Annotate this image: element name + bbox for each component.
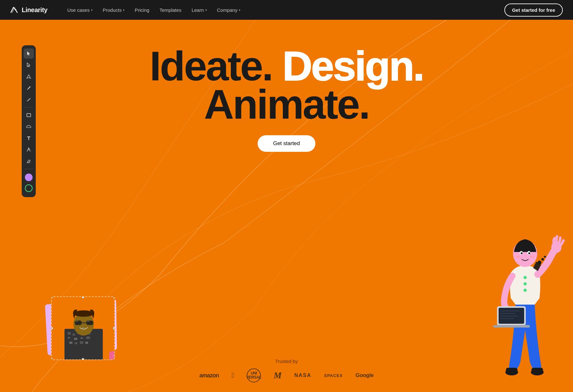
svg-rect-16 <box>80 337 83 339</box>
selection-handle-tm <box>82 296 84 298</box>
hero-get-started-button[interactable]: Get started <box>258 135 315 152</box>
svg-rect-45 <box>493 325 530 328</box>
selection-handle-bl <box>51 358 53 360</box>
logo[interactable]: Linearity <box>10 6 48 14</box>
brand-amazon: amazon <box>200 372 219 379</box>
cloud-tool[interactable] <box>24 122 34 132</box>
toolbar-divider-2 <box>24 169 33 169</box>
select-tool[interactable] <box>24 48 34 59</box>
nav-item-learn[interactable]: Learn ▾ <box>187 5 211 15</box>
selection-handle-ml <box>51 327 53 329</box>
svg-point-33 <box>521 252 523 254</box>
svg-rect-15 <box>74 338 77 340</box>
direct-select-tool[interactable] <box>24 60 34 70</box>
rectangle-tool[interactable] <box>24 110 34 120</box>
svg-rect-10 <box>72 334 75 336</box>
brand-apple:  <box>232 371 234 380</box>
trusted-by-section: Trusted by amazon  UNIVERSAL M NASA SPA… <box>175 359 398 382</box>
center-handle <box>82 327 84 329</box>
svg-rect-21 <box>85 342 88 344</box>
trusted-logos: amazon  UNIVERSAL M NASA SPACEX Google <box>175 368 398 382</box>
svg-point-28 <box>524 282 527 285</box>
svg-rect-2 <box>27 114 31 117</box>
nav-item-pricing[interactable]: Pricing <box>130 5 154 15</box>
svg-point-47 <box>541 258 544 261</box>
person-tool[interactable] <box>24 144 34 155</box>
selection-handle-tl <box>51 296 53 298</box>
design-preview-illustration: ♡ <box>51 296 115 360</box>
svg-rect-23 <box>75 321 82 325</box>
svg-point-27 <box>524 276 527 279</box>
eraser-tool[interactable] <box>24 156 34 166</box>
svg-rect-9 <box>68 332 71 335</box>
svg-rect-17 <box>86 337 90 339</box>
character-illustration <box>484 215 573 392</box>
selection-handle-tr <box>113 296 115 298</box>
color-swatch-secondary[interactable] <box>25 184 33 192</box>
chevron-down-icon: ▾ <box>123 8 124 12</box>
logo-text: Linearity <box>22 6 48 14</box>
design-toolbar <box>22 45 36 197</box>
nav-cta: Get started for free <box>504 4 563 17</box>
chevron-down-icon: ▾ <box>91 8 93 12</box>
svg-rect-51 <box>506 368 517 374</box>
svg-point-36 <box>530 255 534 258</box>
svg-marker-0 <box>27 75 31 78</box>
hero-headline: Ideate. Design. Animate. <box>0 45 573 125</box>
card-main: ♡ <box>51 296 115 360</box>
nav-links: Use cases ▾ Products ▾ Pricing Templates… <box>63 5 504 15</box>
arrow-tool[interactable] <box>24 71 34 82</box>
get-started-button[interactable]: Get started for free <box>504 4 563 17</box>
color-swatch-primary[interactable] <box>25 174 33 181</box>
svg-rect-20 <box>80 341 83 344</box>
hero-headline-area: Ideate. Design. Animate. Get started <box>0 20 573 152</box>
selection-handle-mr <box>113 327 115 329</box>
pen-tool[interactable] <box>24 83 34 93</box>
svg-point-46 <box>538 261 541 264</box>
brand-universal: UNIVERSAL <box>247 368 261 382</box>
svg-rect-24 <box>86 321 93 325</box>
hero-section: Ideate. Design. Animate. Get started <box>0 20 573 392</box>
headline-animate: Animate. <box>0 84 573 125</box>
toolbar-divider <box>24 107 33 107</box>
svg-point-34 <box>528 252 530 254</box>
navbar: Linearity Use cases ▾ Products ▾ Pricing… <box>0 0 573 20</box>
svg-rect-19 <box>75 342 77 344</box>
chevron-down-icon: ▾ <box>205 8 207 12</box>
brand-google: Google <box>356 372 374 379</box>
brand-mcdonalds: M <box>274 370 282 381</box>
nav-item-use-cases[interactable]: Use cases ▾ <box>63 5 97 15</box>
svg-point-29 <box>524 289 527 292</box>
text-tool[interactable] <box>24 133 34 143</box>
nav-item-company[interactable]: Company ▾ <box>213 5 245 15</box>
heart-badge: ♡ <box>109 351 115 360</box>
brand-spacex: SPACEX <box>324 373 343 378</box>
svg-point-48 <box>544 256 546 258</box>
selection-handle-bm <box>82 358 84 360</box>
nav-item-products[interactable]: Products ▾ <box>98 5 129 15</box>
svg-rect-18 <box>69 342 72 344</box>
logo-icon <box>10 6 19 14</box>
chevron-down-icon: ▾ <box>239 8 240 12</box>
svg-point-35 <box>516 255 520 258</box>
trusted-label: Trusted by <box>175 359 398 364</box>
svg-rect-14 <box>68 337 70 339</box>
nav-item-templates[interactable]: Templates <box>155 5 186 15</box>
svg-rect-52 <box>532 368 543 374</box>
svg-point-1 <box>30 86 31 87</box>
brand-nasa: NASA <box>294 373 311 378</box>
brush-tool[interactable] <box>24 94 34 105</box>
